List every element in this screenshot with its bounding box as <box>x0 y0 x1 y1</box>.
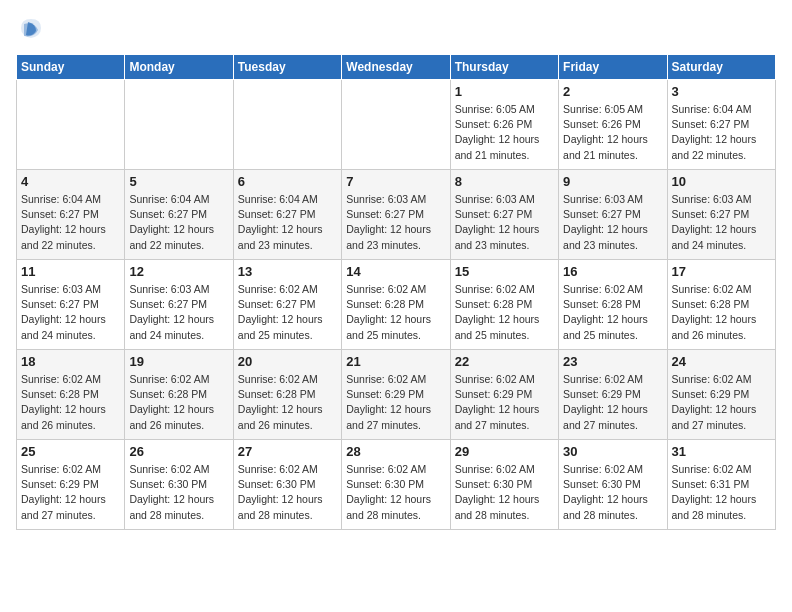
calendar-cell: 4Sunrise: 6:04 AM Sunset: 6:27 PM Daylig… <box>17 170 125 260</box>
calendar-cell: 22Sunrise: 6:02 AM Sunset: 6:29 PM Dayli… <box>450 350 558 440</box>
calendar-cell: 1Sunrise: 6:05 AM Sunset: 6:26 PM Daylig… <box>450 80 558 170</box>
calendar-cell: 10Sunrise: 6:03 AM Sunset: 6:27 PM Dayli… <box>667 170 775 260</box>
calendar-cell: 18Sunrise: 6:02 AM Sunset: 6:28 PM Dayli… <box>17 350 125 440</box>
day-info: Sunrise: 6:02 AM Sunset: 6:30 PM Dayligh… <box>129 462 228 523</box>
day-number: 26 <box>129 444 228 459</box>
day-number: 15 <box>455 264 554 279</box>
calendar-cell: 28Sunrise: 6:02 AM Sunset: 6:30 PM Dayli… <box>342 440 450 530</box>
calendar-cell: 6Sunrise: 6:04 AM Sunset: 6:27 PM Daylig… <box>233 170 341 260</box>
day-info: Sunrise: 6:02 AM Sunset: 6:28 PM Dayligh… <box>238 372 337 433</box>
calendar-cell: 5Sunrise: 6:04 AM Sunset: 6:27 PM Daylig… <box>125 170 233 260</box>
calendar-cell <box>17 80 125 170</box>
calendar-cell: 15Sunrise: 6:02 AM Sunset: 6:28 PM Dayli… <box>450 260 558 350</box>
calendar-cell: 8Sunrise: 6:03 AM Sunset: 6:27 PM Daylig… <box>450 170 558 260</box>
calendar-week-row: 4Sunrise: 6:04 AM Sunset: 6:27 PM Daylig… <box>17 170 776 260</box>
calendar-cell: 24Sunrise: 6:02 AM Sunset: 6:29 PM Dayli… <box>667 350 775 440</box>
day-number: 13 <box>238 264 337 279</box>
day-number: 21 <box>346 354 445 369</box>
calendar-cell: 27Sunrise: 6:02 AM Sunset: 6:30 PM Dayli… <box>233 440 341 530</box>
day-info: Sunrise: 6:02 AM Sunset: 6:27 PM Dayligh… <box>238 282 337 343</box>
calendar-body: 1Sunrise: 6:05 AM Sunset: 6:26 PM Daylig… <box>17 80 776 530</box>
day-info: Sunrise: 6:02 AM Sunset: 6:29 PM Dayligh… <box>346 372 445 433</box>
calendar-cell: 29Sunrise: 6:02 AM Sunset: 6:30 PM Dayli… <box>450 440 558 530</box>
day-info: Sunrise: 6:03 AM Sunset: 6:27 PM Dayligh… <box>455 192 554 253</box>
calendar-week-row: 18Sunrise: 6:02 AM Sunset: 6:28 PM Dayli… <box>17 350 776 440</box>
day-number: 16 <box>563 264 662 279</box>
day-info: Sunrise: 6:03 AM Sunset: 6:27 PM Dayligh… <box>21 282 120 343</box>
calendar-cell: 25Sunrise: 6:02 AM Sunset: 6:29 PM Dayli… <box>17 440 125 530</box>
day-info: Sunrise: 6:02 AM Sunset: 6:29 PM Dayligh… <box>455 372 554 433</box>
weekday-header-sunday: Sunday <box>17 55 125 80</box>
weekday-header-monday: Monday <box>125 55 233 80</box>
day-number: 31 <box>672 444 771 459</box>
day-info: Sunrise: 6:03 AM Sunset: 6:27 PM Dayligh… <box>129 282 228 343</box>
day-info: Sunrise: 6:02 AM Sunset: 6:28 PM Dayligh… <box>21 372 120 433</box>
day-info: Sunrise: 6:02 AM Sunset: 6:28 PM Dayligh… <box>672 282 771 343</box>
day-info: Sunrise: 6:02 AM Sunset: 6:31 PM Dayligh… <box>672 462 771 523</box>
day-number: 3 <box>672 84 771 99</box>
calendar-cell: 13Sunrise: 6:02 AM Sunset: 6:27 PM Dayli… <box>233 260 341 350</box>
day-info: Sunrise: 6:05 AM Sunset: 6:26 PM Dayligh… <box>563 102 662 163</box>
day-number: 27 <box>238 444 337 459</box>
day-number: 17 <box>672 264 771 279</box>
calendar-cell: 7Sunrise: 6:03 AM Sunset: 6:27 PM Daylig… <box>342 170 450 260</box>
weekday-header-tuesday: Tuesday <box>233 55 341 80</box>
calendar-week-row: 1Sunrise: 6:05 AM Sunset: 6:26 PM Daylig… <box>17 80 776 170</box>
day-number: 9 <box>563 174 662 189</box>
day-info: Sunrise: 6:02 AM Sunset: 6:29 PM Dayligh… <box>672 372 771 433</box>
day-number: 11 <box>21 264 120 279</box>
day-number: 10 <box>672 174 771 189</box>
day-number: 14 <box>346 264 445 279</box>
day-number: 12 <box>129 264 228 279</box>
day-info: Sunrise: 6:02 AM Sunset: 6:30 PM Dayligh… <box>455 462 554 523</box>
day-info: Sunrise: 6:04 AM Sunset: 6:27 PM Dayligh… <box>129 192 228 253</box>
calendar-cell: 9Sunrise: 6:03 AM Sunset: 6:27 PM Daylig… <box>559 170 667 260</box>
day-info: Sunrise: 6:02 AM Sunset: 6:28 PM Dayligh… <box>563 282 662 343</box>
day-number: 5 <box>129 174 228 189</box>
logo <box>16 16 50 46</box>
calendar-week-row: 11Sunrise: 6:03 AM Sunset: 6:27 PM Dayli… <box>17 260 776 350</box>
day-number: 8 <box>455 174 554 189</box>
day-info: Sunrise: 6:02 AM Sunset: 6:30 PM Dayligh… <box>346 462 445 523</box>
day-info: Sunrise: 6:03 AM Sunset: 6:27 PM Dayligh… <box>346 192 445 253</box>
day-number: 30 <box>563 444 662 459</box>
calendar-cell <box>342 80 450 170</box>
day-number: 7 <box>346 174 445 189</box>
calendar-cell: 26Sunrise: 6:02 AM Sunset: 6:30 PM Dayli… <box>125 440 233 530</box>
calendar-cell: 11Sunrise: 6:03 AM Sunset: 6:27 PM Dayli… <box>17 260 125 350</box>
calendar-table: SundayMondayTuesdayWednesdayThursdayFrid… <box>16 54 776 530</box>
day-info: Sunrise: 6:03 AM Sunset: 6:27 PM Dayligh… <box>563 192 662 253</box>
page-header <box>16 16 776 46</box>
calendar-cell: 12Sunrise: 6:03 AM Sunset: 6:27 PM Dayli… <box>125 260 233 350</box>
weekday-header-saturday: Saturday <box>667 55 775 80</box>
calendar-cell: 23Sunrise: 6:02 AM Sunset: 6:29 PM Dayli… <box>559 350 667 440</box>
calendar-cell: 19Sunrise: 6:02 AM Sunset: 6:28 PM Dayli… <box>125 350 233 440</box>
weekday-header-row: SundayMondayTuesdayWednesdayThursdayFrid… <box>17 55 776 80</box>
calendar-header: SundayMondayTuesdayWednesdayThursdayFrid… <box>17 55 776 80</box>
calendar-week-row: 25Sunrise: 6:02 AM Sunset: 6:29 PM Dayli… <box>17 440 776 530</box>
day-number: 4 <box>21 174 120 189</box>
day-number: 1 <box>455 84 554 99</box>
day-number: 25 <box>21 444 120 459</box>
day-number: 2 <box>563 84 662 99</box>
day-info: Sunrise: 6:04 AM Sunset: 6:27 PM Dayligh… <box>21 192 120 253</box>
day-info: Sunrise: 6:03 AM Sunset: 6:27 PM Dayligh… <box>672 192 771 253</box>
day-info: Sunrise: 6:02 AM Sunset: 6:28 PM Dayligh… <box>455 282 554 343</box>
calendar-cell: 30Sunrise: 6:02 AM Sunset: 6:30 PM Dayli… <box>559 440 667 530</box>
day-info: Sunrise: 6:04 AM Sunset: 6:27 PM Dayligh… <box>238 192 337 253</box>
day-number: 19 <box>129 354 228 369</box>
calendar-cell: 16Sunrise: 6:02 AM Sunset: 6:28 PM Dayli… <box>559 260 667 350</box>
logo-icon <box>16 16 46 46</box>
day-number: 24 <box>672 354 771 369</box>
day-number: 29 <box>455 444 554 459</box>
day-info: Sunrise: 6:02 AM Sunset: 6:30 PM Dayligh… <box>238 462 337 523</box>
day-info: Sunrise: 6:02 AM Sunset: 6:30 PM Dayligh… <box>563 462 662 523</box>
calendar-cell <box>233 80 341 170</box>
calendar-cell: 21Sunrise: 6:02 AM Sunset: 6:29 PM Dayli… <box>342 350 450 440</box>
day-number: 22 <box>455 354 554 369</box>
weekday-header-friday: Friday <box>559 55 667 80</box>
weekday-header-thursday: Thursday <box>450 55 558 80</box>
calendar-cell: 31Sunrise: 6:02 AM Sunset: 6:31 PM Dayli… <box>667 440 775 530</box>
day-number: 23 <box>563 354 662 369</box>
day-info: Sunrise: 6:05 AM Sunset: 6:26 PM Dayligh… <box>455 102 554 163</box>
